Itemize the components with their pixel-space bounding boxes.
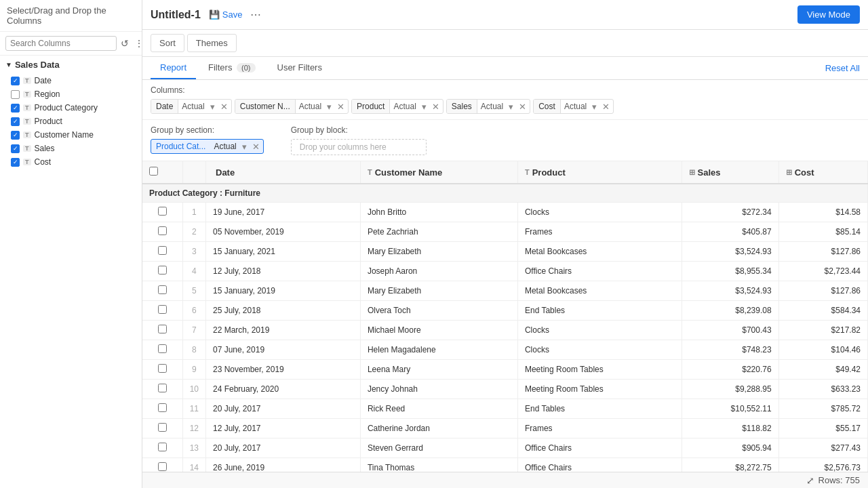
cell-cost: $85.14 (778, 222, 867, 242)
sidebar-field-customer_name[interactable]: ✓TCustomer Name (0, 128, 142, 142)
close-icon[interactable]: ✕ (249, 140, 263, 153)
table-row[interactable]: 515 January, 2019Mary ElizabethMetal Boo… (142, 281, 868, 301)
refresh-icon[interactable]: ↺ (119, 37, 130, 50)
row-checkbox-cell[interactable] (142, 380, 182, 399)
row-checkbox-cell[interactable] (142, 203, 182, 222)
row-checkbox[interactable] (158, 285, 167, 294)
row-checkbox-cell[interactable] (142, 262, 182, 281)
chevron-down-icon[interactable]: ▾ (325, 100, 334, 113)
row-checkbox[interactable] (158, 266, 167, 274)
cell-product: Meeting Room Tables (517, 360, 682, 380)
sidebar-field-sales[interactable]: ✓TSales (0, 142, 142, 155)
table-row[interactable]: 722 March, 2019Michael MooreClocks$700.4… (142, 321, 868, 340)
row-checkbox-cell[interactable] (142, 321, 182, 340)
groupby-chip[interactable]: Product Cat... Actual ▾ ✕ (151, 139, 264, 154)
group-label: Sales Data (15, 60, 60, 70)
more-menu-button[interactable]: ⋯ (250, 8, 261, 21)
sidebar-field-product[interactable]: ✓TProduct (0, 115, 142, 128)
row-checkbox-cell[interactable] (142, 242, 182, 262)
column-chip[interactable]: Product Actual ▾ ✕ (351, 99, 443, 114)
col-chip-name: Date (151, 100, 178, 113)
th-checkbox[interactable] (142, 161, 182, 184)
row-checkbox[interactable] (158, 364, 167, 373)
row-checkbox-cell[interactable] (142, 301, 182, 321)
table-row[interactable]: 1320 July, 2017Steven GerrardOffice Chai… (142, 439, 868, 458)
tab-user-filters[interactable]: User Filters (268, 57, 332, 79)
tab-report[interactable]: Report (151, 57, 196, 79)
row-checkbox-cell[interactable] (142, 399, 182, 419)
row-checkbox-cell[interactable] (142, 419, 182, 439)
chevron-down-icon[interactable]: ▾ (420, 100, 429, 113)
cell-date: 23 November, 2019 (206, 360, 361, 380)
table-row[interactable]: 412 July, 2018Joseph AaronOffice Chairs$… (142, 262, 868, 281)
reset-all-link[interactable]: Reset All (825, 63, 860, 73)
cell-cost: $277.43 (778, 439, 867, 458)
close-icon[interactable]: ✕ (599, 100, 613, 113)
sidebar-field-product_category[interactable]: ✓TProduct Category (0, 101, 142, 115)
column-chip[interactable]: Sales Actual ▾ ✕ (446, 99, 530, 114)
column-chip[interactable]: Customer N... Actual ▾ ✕ (235, 99, 349, 114)
table-row[interactable]: 205 November, 2019Pete ZachriahFrames$40… (142, 222, 868, 242)
themes-button[interactable]: Themes (187, 34, 237, 52)
close-icon[interactable]: ✕ (334, 100, 348, 113)
close-icon[interactable]: ✕ (515, 100, 530, 113)
cell-date: 19 June, 2017 (206, 203, 361, 222)
table-row[interactable]: 1426 June, 2019Tina ThomasOffice Chairs$… (142, 458, 868, 472)
row-checkbox[interactable] (158, 207, 167, 216)
chevron-down-icon[interactable]: ▾ (507, 100, 515, 113)
table-wrapper[interactable]: DateTCustomer NameTProduct⊞Sales⊞Cost Pr… (142, 161, 868, 472)
sort-button[interactable]: Sort (151, 34, 184, 52)
row-checkbox[interactable] (158, 403, 167, 412)
table-row[interactable]: 119 June, 2017John BrittoClocks$272.34$1… (142, 203, 868, 222)
table-row[interactable]: 625 July, 2018Olvera TochEnd Tables$8,23… (142, 301, 868, 321)
row-checkbox-cell[interactable] (142, 360, 182, 380)
row-checkbox[interactable] (158, 226, 167, 235)
group-header-row: Product Category : Furniture (142, 184, 868, 203)
drop-zone[interactable]: Drop your columns here (291, 139, 427, 155)
row-checkbox[interactable] (158, 344, 167, 353)
row-checkbox[interactable] (158, 305, 167, 314)
table-row[interactable]: 1120 July, 2017Rick ReedEnd Tables$10,55… (142, 399, 868, 419)
table-row[interactable]: 807 June, 2019Helen MagadaleneClocks$748… (142, 340, 868, 360)
tab-filters[interactable]: Filters (0) (199, 57, 264, 79)
report-tab-label: Report (160, 62, 186, 73)
table-row[interactable]: 1212 July, 2017Catherine JordanFrames$11… (142, 419, 868, 439)
row-checkbox-cell[interactable] (142, 439, 182, 458)
row-checkbox[interactable] (158, 462, 167, 471)
row-checkbox[interactable] (158, 246, 167, 255)
row-checkbox[interactable] (158, 325, 167, 333)
sidebar-field-region[interactable]: TRegion (0, 87, 142, 101)
table-row[interactable]: 315 January, 2021Mary ElizabethMetal Boo… (142, 242, 868, 262)
row-checkbox[interactable] (158, 384, 167, 392)
view-mode-button[interactable]: View Mode (797, 5, 860, 24)
fields-container: ✓TDateTRegion✓TProduct Category✓TProduct… (0, 74, 142, 169)
table-row[interactable]: 923 November, 2019Leena MaryMeeting Room… (142, 360, 868, 380)
close-icon[interactable]: ✕ (429, 100, 443, 113)
row-checkbox-cell[interactable] (142, 222, 182, 242)
sidebar-field-date[interactable]: ✓TDate (0, 74, 142, 87)
sidebar-group-sales-data[interactable]: ▼ Sales Data (0, 56, 142, 74)
row-number: 4 (182, 262, 205, 281)
table-row[interactable]: 1024 February, 2020Jency JohnahMeeting R… (142, 380, 868, 399)
user-filters-tab-label: User Filters (277, 62, 322, 73)
chevron-down-icon[interactable]: ▾ (590, 100, 599, 113)
chevron-down-icon[interactable]: ▾ (208, 100, 217, 113)
row-checkbox[interactable] (158, 423, 167, 432)
row-checkbox[interactable] (158, 443, 167, 451)
row-checkbox-cell[interactable] (142, 340, 182, 360)
close-icon[interactable]: ✕ (217, 100, 231, 113)
cell-customer: Mary Elizabeth (360, 281, 517, 301)
chevron-down-icon[interactable]: ▾ (240, 140, 249, 153)
select-all-checkbox[interactable] (149, 167, 158, 176)
row-checkbox-cell[interactable] (142, 281, 182, 301)
cell-date: 24 February, 2020 (206, 380, 361, 399)
page-title: Untitled-1 (151, 9, 201, 21)
cell-product: Office Chairs (517, 439, 682, 458)
cell-sales: $8,272.75 (682, 458, 778, 472)
sidebar-field-cost[interactable]: ✓TCost (0, 155, 142, 169)
row-checkbox-cell[interactable] (142, 458, 182, 472)
column-chip[interactable]: Cost Actual ▾ ✕ (533, 99, 614, 114)
save-button[interactable]: 💾 Save (209, 9, 243, 20)
column-chip[interactable]: Date Actual ▾ ✕ (151, 99, 232, 114)
search-input[interactable] (5, 36, 117, 51)
